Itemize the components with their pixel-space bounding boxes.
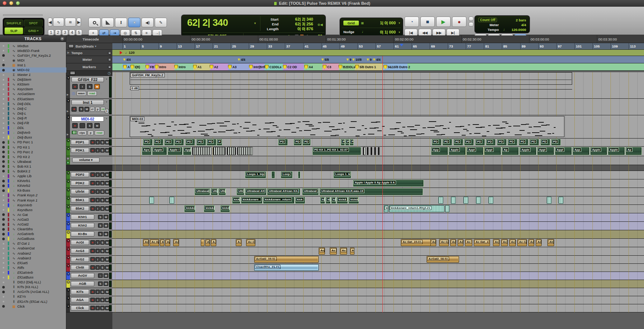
tracks-menu-button[interactable]: ▾ [60,36,64,41]
track-show-dot[interactable] [2,49,5,52]
marker-flag[interactable]: C1DDLs [265,65,281,69]
sidebar-track-row[interactable]: ǁDIDJ (Didj ALL) [0,280,66,285]
transport-mini-b-button[interactable] [469,22,473,27]
play-button[interactable]: ▶ [436,17,451,27]
clip[interactable]: A [350,248,354,255]
clip[interactable]: PD [529,139,539,146]
solo-button[interactable]: S [100,148,105,153]
track-lane-gap[interactable] [112,165,644,171]
track-show-dot[interactable] [2,185,5,187]
online-button[interactable]: ◔ [405,17,419,27]
solo-button[interactable]: S [98,223,103,228]
mute-button[interactable]: M [104,281,108,286]
clip[interactable]: Apple i [168,147,182,155]
track-show-dot[interactable] [2,165,5,168]
marker-flag[interactable]: Intro [174,65,186,69]
clip[interactable]: Apple [449,147,466,155]
track-show-dot[interactable] [2,54,5,57]
input-monitor-button[interactable]: I [95,140,100,144]
collapse-track-button[interactable]: ▾ [67,280,70,284]
solo-button[interactable]: S [100,198,105,202]
marker-flag[interactable]: Intr(Brth) [249,65,267,69]
clip[interactable]: Ac Gat_11 [474,239,490,246]
track-show-dot[interactable] [2,300,5,303]
clip[interactable] [169,197,174,204]
track-lane-BbK2[interactable]: kick&skick&skick&kikick&snare_return1-Rh… [112,205,644,213]
clip[interactable]: kick& [220,205,230,212]
grabber-tool-button[interactable]: ✳ [128,18,140,27]
record-enable-button[interactable] [90,206,95,211]
sidebar-track-row[interactable]: ∿GoFISH_FM_Key2s.2 [0,53,66,58]
solo-button[interactable]: S [100,298,105,302]
clip[interactable]: PD [143,139,153,146]
clip[interactable]: kick&s [184,205,195,212]
track-show-dot[interactable] [2,257,5,259]
meter-event[interactable]: 5/8 [321,58,329,62]
nudge-chevron[interactable]: ▾ [399,31,400,34]
track-lane-Kt-Bs[interactable] [112,230,644,239]
clip[interactable]: Pi [350,139,354,146]
spot-mode-button[interactable]: SPOT [24,20,43,27]
track-show-dot[interactable] [2,266,5,269]
nudge-value[interactable]: 0| 1| 000 [380,30,396,34]
track-lane-Ultrbt[interactable]: UltrabeatUltraUltrUltraUltrabeat AfricUl… [112,188,644,196]
clip[interactable]: Ac [330,248,337,255]
track-show-dot[interactable] [2,295,5,298]
track-show-dot[interactable] [2,262,5,264]
clip[interactable]: PD [540,139,550,146]
record-enable-button[interactable] [90,181,95,185]
marker-flag[interactable]: B2DDLs [339,65,355,69]
track-show-dot[interactable] [2,146,5,148]
clip[interactable]: Appl [555,147,572,155]
gain-breakpoint-label[interactable]: 0 dB [130,86,139,90]
sidebar-track-row[interactable]: ǁKEYs [0,294,66,299]
slip-mode-button[interactable]: SLIP [4,27,23,34]
track-name-button[interactable]: KtVr1 [71,214,94,220]
clip[interactable]: PD [185,139,195,146]
sidebar-track-row[interactable]: ∿KitStem [0,82,66,87]
stop-button[interactable]: ■ [420,17,435,27]
track-lane-AcG3[interactable]: AcAcAcA [112,247,644,256]
record-enable-button[interactable] [90,265,95,270]
track-show-dot[interactable] [2,74,5,76]
collapse-track-button[interactable]: ▾ [67,76,70,80]
solo-button[interactable]: S [87,84,92,89]
clip[interactable]: PD [207,139,216,146]
clip[interactable]: PD [302,139,311,146]
track-show-dot[interactable] [2,141,5,144]
track-show-dot[interactable] [2,281,5,284]
clip[interactable]: AcGat2_09-01 [254,256,319,263]
track-lane-PDP2[interactable]: Loops 1_bipLoopLoops 1_b [112,171,644,179]
clip[interactable] [451,197,456,204]
track-lane-GFISH_F22[interactable]: GoFISH_FM_Key2s.20 dB [112,72,644,99]
solo-button[interactable]: S [100,290,105,294]
meter-ruler[interactable]: 4/44/45/8910/894/4 [112,56,644,63]
solo-button[interactable]: S [100,306,105,310]
collapse-lane-button[interactable]: − [66,157,70,160]
clip[interactable]: Ultrabeat Afric [245,188,266,195]
input-monitor-button[interactable]: I [80,84,85,89]
sidebar-track-row[interactable]: ∿Apple Lib [0,174,66,179]
clip[interactable]: App [431,147,448,155]
sidebar-track-row[interactable]: ∿MixBED-Frank [0,48,66,53]
clip[interactable]: PD [294,139,302,146]
meter-value[interactable]: 4/4 [521,23,526,27]
clip[interactable] [272,171,275,178]
record-enable-button[interactable] [90,290,95,294]
input-monitor-button[interactable]: I [95,249,100,253]
track-show-dot[interactable] [2,276,5,279]
track-show-dot[interactable] [2,136,5,139]
track-show-dot[interactable] [2,127,5,129]
track-lane-KtVr1[interactable] [112,213,644,222]
track-show-dot[interactable] [2,175,5,178]
timecode-ruler-label[interactable]: Timecode [66,35,112,43]
sidebar-track-row[interactable]: ↓ElGatVerb [0,270,66,275]
track-lane-PDP1[interactable]: PDPDPDPDPDPDPDPPDPDPDPiPiPiPDPDPDPDPDPDP… [112,139,644,147]
sidebar-track-row[interactable]: ∿Ac Gat [0,212,66,217]
meter-ruler-label[interactable]: Meter+ [66,56,112,63]
clip[interactable]: PD [508,139,517,146]
meter-event[interactable]: 4/4 [123,58,131,62]
input-monitor-button[interactable]: I [95,257,100,262]
track-lane-AGB[interactable] [112,280,644,288]
clip[interactable]: Ac [509,239,516,246]
